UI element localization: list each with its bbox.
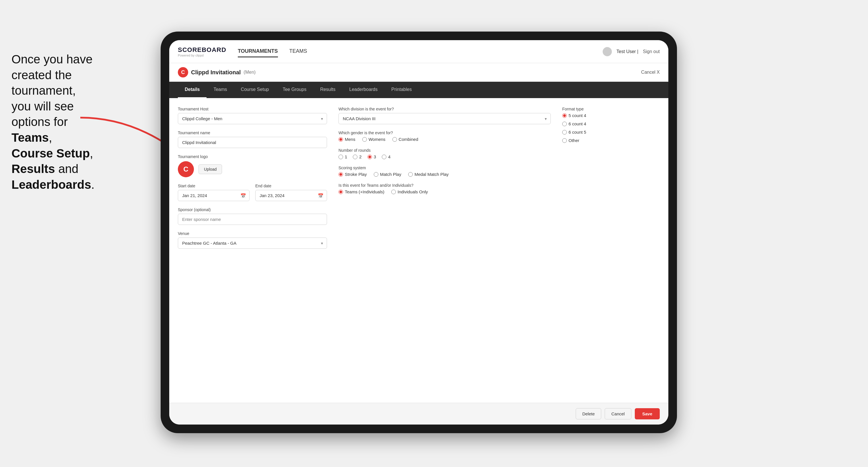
signout-link[interactable]: Sign out <box>643 49 660 54</box>
tablet-screen: SCOREBOARD Powered by clippd TOURNAMENTS… <box>169 40 669 425</box>
division-select-wrapper: NCAA Division III <box>339 113 551 124</box>
scoring-medal[interactable]: Medal Match Play <box>408 172 448 177</box>
individuals-only-label: Individuals Only <box>398 189 428 194</box>
format-6count5[interactable]: 6 count 5 <box>562 130 660 134</box>
format-6count4[interactable]: 6 count 4 <box>562 121 660 126</box>
division-label: Which division is the event for? <box>339 107 551 111</box>
format-6count5-radio[interactable] <box>562 130 567 134</box>
sponsor-group: Sponsor (optional) <box>178 208 327 225</box>
sponsor-input[interactable] <box>178 214 327 225</box>
format-5count4-label: 5 count 4 <box>568 113 586 118</box>
rounds-3-radio[interactable] <box>368 155 372 159</box>
format-5count4-radio[interactable] <box>562 113 567 118</box>
tab-results[interactable]: Results <box>313 82 342 98</box>
tournament-logo-label: Tournament logo <box>178 154 327 159</box>
format-radio-group: 5 count 4 6 count 4 6 count 5 Other <box>562 113 660 143</box>
rounds-1-radio[interactable] <box>339 155 343 159</box>
scoring-match[interactable]: Match Play <box>374 172 401 177</box>
venue-label: Venue <box>178 231 327 236</box>
individuals-only-radio[interactable] <box>391 190 396 194</box>
tournament-host-group: Tournament Host Clippd College - Men <box>178 107 327 124</box>
calendar-icon-start: 📅 <box>240 193 246 198</box>
date-fields: Start date 📅 End date 📅 <box>178 184 327 201</box>
nav-tournaments[interactable]: TOURNAMENTS <box>238 46 278 57</box>
gender-womens-label: Womens <box>369 137 385 142</box>
format-column: Format type 5 count 4 6 count 4 6 cou <box>562 107 660 394</box>
rounds-4-radio[interactable] <box>382 155 386 159</box>
scoring-radio-group: Stroke Play Match Play Medal Match Play <box>339 172 551 177</box>
tab-details[interactable]: Details <box>178 82 207 98</box>
tab-tee-groups[interactable]: Tee Groups <box>276 82 313 98</box>
action-bar: Delete Cancel Save <box>169 403 669 425</box>
save-button[interactable]: Save <box>635 408 660 419</box>
gender-combined[interactable]: Combined <box>393 137 418 142</box>
start-date-label: Start date <box>178 184 250 188</box>
gender-mens-radio[interactable] <box>339 137 343 142</box>
gender-label: Which gender is the event for? <box>339 130 551 135</box>
upload-button[interactable]: Upload <box>198 164 222 174</box>
tab-leaderboards[interactable]: Leaderboards <box>342 82 385 98</box>
format-other[interactable]: Other <box>562 138 660 143</box>
tab-printables[interactable]: Printables <box>384 82 418 98</box>
tournament-name-input[interactable] <box>178 137 327 148</box>
rounds-group: Number of rounds 1 2 3 <box>339 148 551 159</box>
rounds-2-radio[interactable] <box>353 155 358 159</box>
content-area: Tournament Host Clippd College - Men Tou… <box>169 98 669 403</box>
end-date-label: End date <box>255 184 327 188</box>
user-label: Test User | <box>616 49 638 54</box>
scoring-match-radio[interactable] <box>374 172 378 177</box>
tab-teams[interactable]: Teams <box>207 82 234 98</box>
gender-combined-radio[interactable] <box>393 137 397 142</box>
gender-mens-label: Mens <box>345 137 355 142</box>
logo-title: SCOREBOARD <box>178 46 226 54</box>
teams-plus-individuals[interactable]: Teams (+Individuals) <box>339 189 384 194</box>
rounds-1[interactable]: 1 <box>339 154 347 159</box>
nav-left-area: SCOREBOARD Powered by clippd TOURNAMENTS… <box>178 46 307 57</box>
top-nav: SCOREBOARD Powered by clippd TOURNAMENTS… <box>169 40 669 63</box>
rounds-4[interactable]: 4 <box>382 154 391 159</box>
scoring-medal-label: Medal Match Play <box>414 172 448 177</box>
individuals-only[interactable]: Individuals Only <box>391 189 428 194</box>
nav-teams[interactable]: TEAMS <box>289 46 307 57</box>
division-select[interactable]: NCAA Division III <box>339 113 551 124</box>
venue-select[interactable]: Peachtree GC - Atlanta - GA <box>178 238 327 249</box>
tournament-host-select[interactable]: Clippd College - Men <box>178 113 327 124</box>
logo-area: SCOREBOARD Powered by clippd <box>178 46 226 57</box>
top-nav-right: Test User | Sign out <box>603 47 660 56</box>
gender-womens-radio[interactable] <box>362 137 367 142</box>
user-avatar <box>603 47 612 56</box>
teams-individuals-group: Is this event for Teams and/or Individua… <box>339 183 551 194</box>
tab-course-setup[interactable]: Course Setup <box>234 82 276 98</box>
gender-mens[interactable]: Mens <box>339 137 355 142</box>
tournament-host-select-wrapper: Clippd College - Men <box>178 113 327 124</box>
scoring-stroke-radio[interactable] <box>339 172 343 177</box>
breadcrumb-content: C Clippd Invitational (Men) <box>178 67 255 77</box>
scoring-medal-radio[interactable] <box>408 172 413 177</box>
nav-links: TOURNAMENTS TEAMS <box>238 46 307 57</box>
rounds-1-label: 1 <box>345 154 347 159</box>
format-6count4-radio[interactable] <box>562 122 567 126</box>
format-5count4[interactable]: 5 count 4 <box>562 113 660 118</box>
teams-label: Is this event for Teams and/or Individua… <box>339 183 551 188</box>
middle-column: Which division is the event for? NCAA Di… <box>339 107 551 394</box>
teams-plus-label: Teams (+Individuals) <box>345 189 384 194</box>
rounds-3[interactable]: 3 <box>368 154 376 159</box>
calendar-icon-end: 📅 <box>318 193 323 198</box>
gender-womens[interactable]: Womens <box>362 137 385 142</box>
start-date-input[interactable] <box>178 190 250 201</box>
delete-button[interactable]: Delete <box>576 408 601 419</box>
left-column: Tournament Host Clippd College - Men Tou… <box>178 107 327 394</box>
teams-plus-radio[interactable] <box>339 190 343 194</box>
rounds-2[interactable]: 2 <box>353 154 362 159</box>
venue-select-wrapper: Peachtree GC - Atlanta - GA <box>178 238 327 249</box>
scoring-label: Scoring system <box>339 165 551 170</box>
scoring-stroke[interactable]: Stroke Play <box>339 172 367 177</box>
rounds-label: Number of rounds <box>339 148 551 153</box>
format-other-radio[interactable] <box>562 138 567 143</box>
cancel-button[interactable]: Cancel <box>605 408 631 419</box>
logo-subtitle: Powered by clippd <box>178 54 226 57</box>
breadcrumb-cancel[interactable]: Cancel X <box>641 70 660 75</box>
format-6count5-label: 6 count 5 <box>568 130 586 134</box>
end-date-input[interactable] <box>255 190 327 201</box>
rounds-radio-group: 1 2 3 4 <box>339 154 551 159</box>
